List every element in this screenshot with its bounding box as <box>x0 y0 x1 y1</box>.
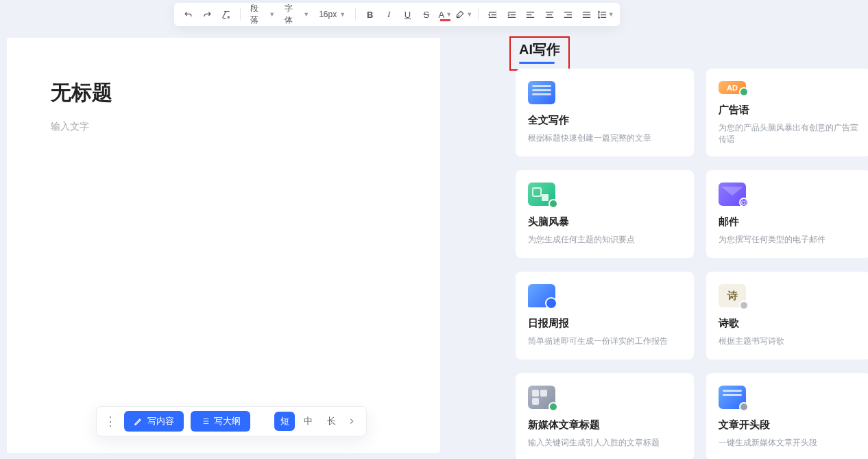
card-ad-slogan[interactable]: AD 广告语 为您的产品头脑风暴出有创意的广告宣传语 <box>706 69 868 156</box>
line-height-button[interactable]: ▼ <box>597 5 614 23</box>
card-brainstorm[interactable]: 头脑风暴 为您生成任何主题的知识要点 <box>516 170 694 258</box>
media-title-icon <box>528 386 555 409</box>
font-size-select[interactable]: 16px▼ <box>315 5 350 23</box>
card-media-title[interactable]: 新媒体文章标题 输入关键词生成引人入胜的文章标题 <box>516 373 694 459</box>
ai-writing-tab-highlight: AI写作 <box>509 36 570 71</box>
card-title: 诗歌 <box>719 317 858 330</box>
separator <box>240 8 241 21</box>
strikethrough-button[interactable]: S <box>418 5 435 23</box>
length-long-button[interactable]: 长 <box>321 412 341 431</box>
mail-icon: @ <box>719 183 746 206</box>
card-desc: 输入关键词生成引人入胜的文章标题 <box>528 437 682 449</box>
card-poem[interactable]: 诗 诗歌 根据主题书写诗歌 <box>706 272 868 360</box>
align-center-button[interactable] <box>540 5 557 23</box>
write-content-button[interactable]: 写内容 <box>124 411 184 432</box>
write-content-label: 写内容 <box>147 415 174 427</box>
paragraph-select[interactable]: 段落▼ <box>246 5 279 23</box>
card-title: 日报周报 <box>528 317 682 330</box>
card-article-opening[interactable]: 文章开头段 一键生成新媒体文章开头段 <box>706 373 868 459</box>
write-outline-button[interactable]: 写大纲 <box>191 411 250 432</box>
list-icon <box>200 416 210 426</box>
card-title: 广告语 <box>719 104 858 117</box>
card-title: 新媒体文章标题 <box>528 419 682 432</box>
card-title: 全文写作 <box>528 114 682 127</box>
underline-button[interactable]: U <box>399 5 416 23</box>
write-outline-label: 写大纲 <box>214 415 241 427</box>
align-justify-button[interactable] <box>578 5 595 23</box>
card-report[interactable]: 日报周报 简单描述即可生成一份详实的工作报告 <box>516 272 694 360</box>
report-icon <box>528 284 555 307</box>
card-title: 邮件 <box>719 215 858 228</box>
chevron-down-icon: ▼ <box>303 11 309 18</box>
ad-icon: AD <box>719 81 746 94</box>
card-title: 文章开头段 <box>719 419 858 432</box>
pencil-icon <box>134 416 143 426</box>
card-full-article[interactable]: 全文写作 根据标题快速创建一篇完整的文章 <box>516 69 694 156</box>
redo-button[interactable] <box>198 5 215 23</box>
text-color-button[interactable]: A▼ <box>437 5 454 23</box>
tab-underline <box>519 62 555 64</box>
chevron-down-icon: ▼ <box>446 11 452 18</box>
font-size-label: 16px <box>319 10 337 19</box>
document-icon <box>528 81 555 104</box>
poem-icon: 诗 <box>719 284 746 307</box>
editor-panel: 无标题 输入文字 ⋮ 写内容 写大纲 短 中 长 <box>7 38 440 453</box>
card-desc: 为您撰写任何类型的电子邮件 <box>719 234 858 246</box>
card-desc: 简单描述即可生成一份详实的工作报告 <box>528 336 682 347</box>
card-title: 头脑风暴 <box>528 215 682 228</box>
undo-button[interactable] <box>180 5 197 23</box>
brainstorm-icon <box>528 183 555 206</box>
italic-button[interactable]: I <box>380 5 397 23</box>
card-email[interactable]: @ 邮件 为您撰写任何类型的电子邮件 <box>706 170 868 258</box>
separator <box>478 8 479 21</box>
bold-button[interactable]: B <box>361 5 378 23</box>
card-desc: 为您的产品头脑风暴出有创意的广告宣传语 <box>719 122 858 145</box>
template-cards-grid: 全文写作 根据标题快速创建一篇完整的文章 AD 广告语 为您的产品头脑风暴出有创… <box>516 69 868 459</box>
paragraph-label: 段落 <box>250 3 266 26</box>
chevron-down-icon: ▼ <box>466 11 472 18</box>
editor-toolbar: 段落▼ 字体▼ 16px▼ B I U S A▼ ▼ ▼ <box>174 3 620 26</box>
more-button[interactable]: ⋮ <box>104 414 117 429</box>
document-title[interactable]: 无标题 <box>51 79 396 107</box>
align-right-button[interactable] <box>559 5 577 23</box>
length-segment: 短 中 长 <box>274 412 359 431</box>
font-label: 字体 <box>285 3 300 26</box>
font-select[interactable]: 字体▼ <box>280 5 313 23</box>
length-short-button[interactable]: 短 <box>274 412 295 431</box>
chevron-right-icon <box>347 416 357 426</box>
clear-format-button[interactable] <box>217 5 234 23</box>
align-left-button[interactable] <box>522 5 539 23</box>
card-desc: 根据主题书写诗歌 <box>719 336 858 347</box>
chevron-down-icon: ▼ <box>608 11 614 18</box>
card-desc: 根据标题快速创建一篇完整的文章 <box>528 132 682 144</box>
ai-writing-tab[interactable]: AI写作 <box>519 40 560 59</box>
card-desc: 一键生成新媒体文章开头段 <box>719 437 858 449</box>
length-next-button[interactable] <box>344 416 359 426</box>
separator <box>355 8 356 21</box>
highlight-button[interactable]: ▼ <box>455 5 472 23</box>
chevron-down-icon: ▼ <box>339 11 346 18</box>
indent-increase-button[interactable] <box>503 5 520 23</box>
chevron-down-icon: ▼ <box>269 11 275 18</box>
length-mid-button[interactable]: 中 <box>298 412 318 431</box>
quick-action-bar: ⋮ 写内容 写大纲 短 中 长 <box>96 406 367 436</box>
article-opening-icon <box>719 386 746 409</box>
indent-decrease-button[interactable] <box>484 5 501 23</box>
card-desc: 为您生成任何主题的知识要点 <box>528 234 682 246</box>
document-body-placeholder[interactable]: 输入文字 <box>51 121 396 133</box>
